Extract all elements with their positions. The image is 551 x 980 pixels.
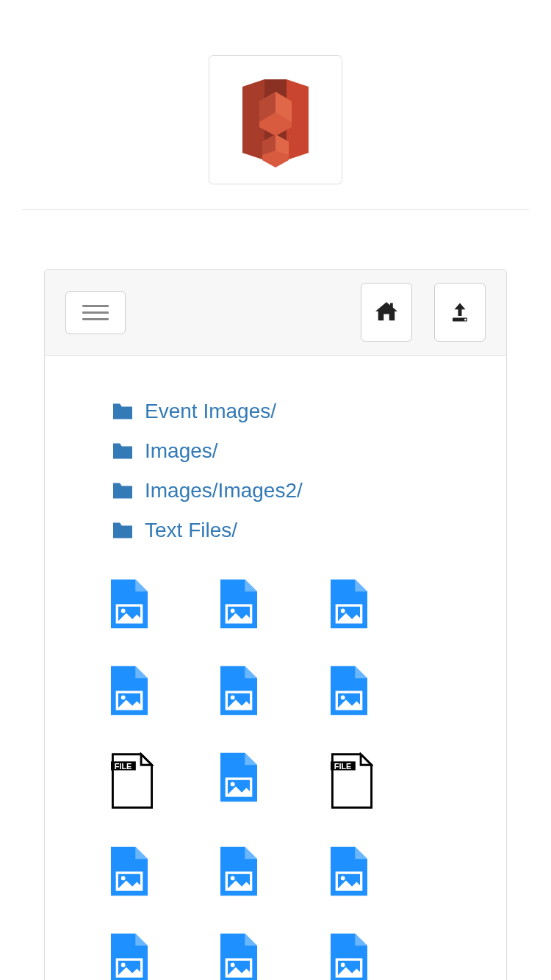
file-item[interactable] xyxy=(111,579,148,629)
folder-link[interactable]: Images/Images2/ xyxy=(145,479,303,502)
toolbar-actions xyxy=(361,283,486,342)
file-item[interactable] xyxy=(111,752,154,810)
folder-item[interactable]: Images/Images2/ xyxy=(111,479,440,502)
file-image-icon xyxy=(331,933,367,980)
folder-link[interactable]: Event Images/ xyxy=(145,400,276,423)
main-container: Event Images/ Images/ Images/Images2/ Te… xyxy=(44,269,507,980)
file-generic-icon xyxy=(111,752,154,810)
folder-link[interactable]: Images/ xyxy=(145,439,218,463)
folder-icon xyxy=(111,521,134,540)
folder-icon xyxy=(111,481,134,500)
file-image-icon xyxy=(220,666,257,716)
file-item[interactable] xyxy=(111,846,148,896)
folder-link[interactable]: Text Files/ xyxy=(145,519,237,542)
file-item[interactable] xyxy=(220,846,257,896)
folder-item[interactable]: Event Images/ xyxy=(111,400,440,423)
file-item[interactable] xyxy=(331,579,367,629)
home-icon xyxy=(375,302,397,323)
file-generic-icon xyxy=(331,752,373,810)
file-item[interactable] xyxy=(111,933,148,980)
file-item[interactable] xyxy=(220,752,257,810)
s3-bucket-icon xyxy=(224,65,327,175)
content-panel: Event Images/ Images/ Images/Images2/ Te… xyxy=(44,356,507,980)
file-item[interactable] xyxy=(331,933,367,980)
menu-toggle-button[interactable] xyxy=(65,291,126,334)
home-button[interactable] xyxy=(361,283,412,342)
file-image-icon xyxy=(111,933,148,980)
file-image-icon xyxy=(220,933,257,980)
file-image-icon xyxy=(331,846,367,896)
svg-point-10 xyxy=(464,319,467,321)
folder-item[interactable]: Text Files/ xyxy=(111,519,440,542)
hamburger-icon xyxy=(82,305,109,307)
folder-list: Event Images/ Images/ Images/Images2/ Te… xyxy=(111,400,440,542)
upload-icon xyxy=(449,301,471,323)
folder-item[interactable]: Images/ xyxy=(111,439,440,463)
file-image-icon xyxy=(220,752,257,802)
file-item[interactable] xyxy=(220,666,257,716)
file-item[interactable] xyxy=(331,752,373,810)
file-image-icon xyxy=(111,666,148,716)
file-grid xyxy=(111,579,440,980)
file-image-icon xyxy=(331,666,367,716)
file-image-icon xyxy=(331,579,367,629)
file-image-icon xyxy=(220,579,257,629)
folder-icon xyxy=(111,442,134,461)
file-item[interactable] xyxy=(220,933,257,980)
file-item[interactable] xyxy=(331,666,367,716)
file-item[interactable] xyxy=(331,846,367,896)
s3-logo xyxy=(209,55,342,184)
file-image-icon xyxy=(220,846,257,896)
file-item[interactable] xyxy=(111,666,148,716)
upload-button[interactable] xyxy=(434,283,486,342)
folder-icon xyxy=(111,402,134,421)
file-image-icon xyxy=(111,846,148,896)
header xyxy=(22,0,529,210)
toolbar xyxy=(44,269,507,356)
file-item[interactable] xyxy=(220,579,257,629)
file-image-icon xyxy=(111,579,148,629)
